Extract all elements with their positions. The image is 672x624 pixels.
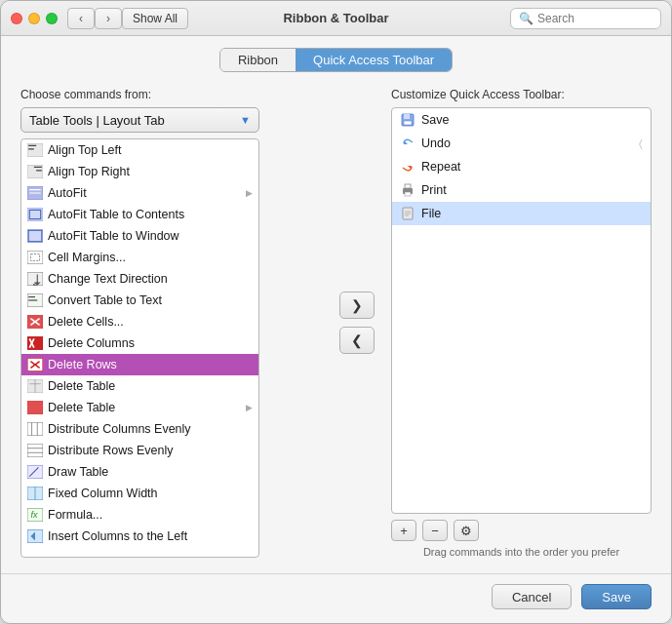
- search-input[interactable]: [537, 12, 652, 25]
- svg-rect-41: [27, 465, 43, 479]
- add-to-toolbar-button[interactable]: ❯: [339, 292, 375, 319]
- right-list-item-print[interactable]: Print: [392, 178, 651, 202]
- list-item[interactable]: AutoFit Table to Window: [21, 225, 258, 247]
- list-item[interactable]: Delete Table: [21, 375, 258, 397]
- right-list-item-label: Undo: [421, 136, 451, 150]
- search-box[interactable]: 🔍: [510, 8, 661, 29]
- right-list-item-file[interactable]: File: [392, 202, 651, 225]
- delete-table-icon: [27, 378, 43, 394]
- minimize-button[interactable]: [28, 13, 40, 24]
- list-item-label: AutoFit: [48, 186, 87, 200]
- show-all-button[interactable]: Show All: [122, 8, 188, 29]
- remove-from-toolbar-button[interactable]: ❮: [339, 327, 375, 354]
- list-item-label: Delete Cells...: [48, 315, 124, 329]
- choose-commands-label: Choose commands from:: [20, 88, 323, 101]
- list-item[interactable]: Cell Margins...: [21, 247, 258, 268]
- svg-rect-38: [27, 444, 43, 457]
- list-item[interactable]: Align Top Right: [21, 161, 258, 182]
- commands-dropdown[interactable]: Table Tools | Layout Tab ▼: [20, 107, 259, 133]
- list-item[interactable]: Insert Columns to the Left: [21, 526, 258, 547]
- tab-quick-access[interactable]: Quick Access Toolbar: [296, 49, 452, 71]
- tab-ribbon[interactable]: Ribbon: [220, 49, 296, 71]
- traffic-lights: [11, 13, 58, 24]
- save-button[interactable]: Save: [581, 584, 652, 609]
- list-item-label: Cell Margins...: [48, 251, 126, 264]
- dropdown-value: Table Tools | Layout Tab: [29, 113, 165, 128]
- maximize-button[interactable]: [46, 13, 58, 24]
- right-list-item-undo[interactable]: Undo 〈: [392, 132, 651, 155]
- list-item-label: Delete Table: [48, 401, 115, 414]
- list-item-label: Draw Table: [48, 465, 108, 479]
- list-item[interactable]: fx Formula...: [21, 504, 258, 526]
- svg-rect-51: [404, 121, 412, 125]
- svg-rect-34: [27, 401, 43, 414]
- convert-table-icon: [27, 292, 43, 308]
- autofit-contents-icon: [27, 207, 43, 222]
- delete-columns-icon: [27, 335, 43, 351]
- delete-cells-icon: [27, 314, 43, 330]
- list-item[interactable]: Convert Table to Text: [21, 290, 258, 311]
- svg-rect-11: [27, 229, 43, 243]
- title-bar: ‹ › Show All Ribbon & Toolbar 🔍: [1, 1, 671, 36]
- svg-rect-50: [404, 114, 410, 119]
- tabs-row: Ribbon Quick Access Toolbar: [1, 36, 671, 80]
- list-item[interactable]: Draw Table: [21, 461, 258, 483]
- middle-panel: ❯ ❮: [323, 88, 391, 558]
- list-item-label: Insert Columns to the Left: [48, 529, 187, 543]
- right-list-item-label: File: [421, 207, 441, 220]
- list-item[interactable]: AutoFit: [21, 182, 258, 204]
- align-top-right-icon: [27, 164, 43, 179]
- remove-item-button[interactable]: −: [422, 520, 448, 541]
- undo-icon: [400, 136, 415, 151]
- file-icon: [400, 206, 415, 221]
- right-list-item-repeat[interactable]: Repeat: [392, 155, 651, 178]
- list-item-label: Delete Rows: [48, 358, 117, 371]
- svg-rect-25: [27, 336, 43, 350]
- align-top-left-icon: [27, 142, 43, 158]
- drag-hint: Drag commands into the order you prefer: [391, 546, 652, 558]
- list-item-delete-rows[interactable]: Delete Rows: [21, 354, 258, 375]
- list-item[interactable]: Delete Columns: [21, 332, 258, 354]
- customize-label: Customize Quick Access Toolbar:: [391, 88, 652, 101]
- list-item-label: Delete Table: [48, 379, 115, 393]
- autofit-window-icon: [27, 228, 43, 244]
- main-window: ‹ › Show All Ribbon & Toolbar 🔍 Ribbon Q…: [0, 0, 672, 624]
- right-panel: Customize Quick Access Toolbar: Save Und…: [391, 88, 652, 558]
- list-item-label: Delete Columns: [48, 336, 135, 350]
- close-button[interactable]: [11, 13, 22, 24]
- list-item-label: Align Top Right: [48, 165, 130, 178]
- content-area: Choose commands from: Table Tools | Layo…: [1, 80, 671, 573]
- list-item-label: AutoFit Table to Contents: [48, 208, 184, 221]
- window-title: Ribbon & Toolbar: [283, 11, 388, 25]
- forward-button[interactable]: ›: [95, 8, 122, 29]
- formula-icon: fx: [27, 507, 43, 523]
- list-item[interactable]: Delete Table: [21, 397, 258, 418]
- right-list-item-save[interactable]: Save: [392, 108, 651, 132]
- toolbar-action-icons: + − ⚙: [391, 520, 652, 541]
- right-list-item-label: Print: [421, 183, 447, 197]
- list-item[interactable]: Delete Cells...: [21, 311, 258, 332]
- quick-access-list[interactable]: Save Undo 〈 Repeat: [391, 107, 652, 514]
- list-item-label: Fixed Column Width: [48, 487, 158, 500]
- list-item[interactable]: Distribute Columns Evenly: [21, 418, 258, 440]
- bottom-bar: Cancel Save: [1, 573, 671, 623]
- svg-marker-52: [404, 140, 408, 144]
- commands-list[interactable]: Align Top Left Align Top Right AutoFit: [20, 138, 259, 558]
- cancel-button[interactable]: Cancel: [492, 584, 572, 609]
- cell-margins-icon: [27, 250, 43, 265]
- add-item-button[interactable]: +: [391, 520, 416, 541]
- list-item[interactable]: Align Top Left: [21, 139, 258, 161]
- back-button[interactable]: ‹: [67, 8, 95, 29]
- list-item-label: Align Top Left: [48, 143, 122, 157]
- list-item-label: Distribute Rows Evenly: [48, 444, 174, 457]
- right-list-item-label: Save: [421, 113, 450, 127]
- settings-button[interactable]: ⚙: [454, 520, 479, 541]
- expand-arrow-icon: 〈: [639, 137, 643, 150]
- delete-table2-icon: [27, 400, 43, 415]
- list-item[interactable]: Distribute Rows Evenly: [21, 440, 258, 461]
- right-list-item-label: Repeat: [421, 160, 460, 174]
- insert-cols-left-icon: [27, 528, 43, 544]
- list-item[interactable]: A Change Text Direction: [21, 268, 258, 290]
- list-item[interactable]: AutoFit Table to Contents: [21, 204, 258, 225]
- list-item[interactable]: Fixed Column Width: [21, 483, 258, 504]
